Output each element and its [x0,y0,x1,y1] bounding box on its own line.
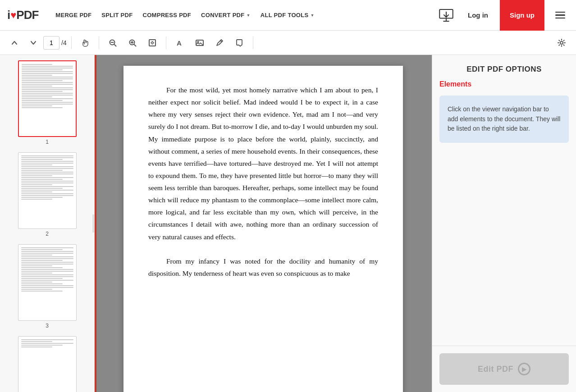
thumb-frame-1 [18,60,77,137]
page-thumb-2-label: 2 [46,231,49,237]
hand-tool-button[interactable] [76,34,94,52]
chevron-down-icon [29,38,38,47]
page-number-input[interactable] [43,36,59,50]
hand-icon [81,38,90,47]
page-up-button[interactable] [5,34,23,52]
page-thumb-3-label: 3 [46,323,49,329]
chevron-up-icon [10,38,19,47]
pdf-page: For the most wild, yet most homely narra… [123,66,403,392]
svg-text:A: A [177,39,182,47]
toolbar-divider-4 [253,36,253,49]
toolbar-divider-2 [99,36,99,49]
main-layout: 1 [0,55,576,392]
annotation-icon [235,38,244,47]
page-thumb-3[interactable]: 3 [4,244,91,329]
signup-button[interactable]: Sign up [500,0,544,31]
desktop-icon [438,7,454,23]
right-panel: EDIT PDF OPTIONS Elements Click on the v… [432,55,576,392]
hamburger-line-2 [555,14,565,16]
gear-icon [557,38,566,47]
nav-links: MERGE PDF SPLIT PDF COMPRESS PDF CONVERT… [52,10,427,20]
edit-pdf-button[interactable]: Edit PDF ▶ [439,353,569,385]
right-panel-content: Elements Click on the viewer navigation … [432,80,576,346]
elements-info-box: Click on the viewer navigation bar to ad… [439,96,569,143]
nav-compress-pdf[interactable]: COMPRESS PDF [139,10,195,20]
logo[interactable]: i ♥ PDF [7,8,38,22]
image-tool-button[interactable] [191,34,209,52]
svg-line-15 [220,41,222,42]
svg-rect-11 [149,40,155,46]
right-panel-footer: Edit PDF ▶ [432,346,576,392]
toolbar-divider-3 [166,36,166,49]
pdf-paragraph-1: For the most wild, yet most homely narra… [148,84,378,243]
nav-merge-pdf[interactable]: MERGE PDF [52,10,95,20]
header: i ♥ PDF MERGE PDF SPLIT PDF COMPRESS PDF… [0,0,576,31]
edit-pdf-button-label: Edit PDF [478,365,513,374]
thumb-lines-3 [18,245,76,320]
thumb-frame-3 [18,244,77,321]
elements-label: Elements [439,80,569,90]
page-thumb-1[interactable]: 1 [4,60,91,145]
page-nav-group: /4 [5,34,67,52]
header-right: Log in Sign up [436,0,569,31]
image-icon [195,38,204,47]
fit-page-button[interactable] [143,34,161,52]
logo-heart-icon: ♥ [10,9,16,21]
hamburger-line-1 [555,12,565,13]
thumb-lines-4 [18,337,76,392]
zoom-out-button[interactable] [104,34,122,52]
svg-point-14 [197,41,199,42]
thumb-lines-1 [19,61,76,136]
pdf-paragraph-2: From my infancy I was noted for the doci… [148,255,378,279]
draw-tool-button[interactable] [210,34,229,52]
page-input-group: /4 [43,36,67,50]
page-total-label: /4 [61,39,67,46]
pdf-left-bar [95,55,96,392]
fit-page-icon [148,38,157,47]
all-tools-arrow-icon: ▼ [310,13,314,18]
svg-line-6 [114,44,116,46]
nav-split-pdf[interactable]: SPLIT PDF [98,10,136,20]
toolbar-divider-1 [71,36,72,49]
page-thumb-2[interactable]: 2 [4,152,91,237]
page-down-button[interactable] [24,34,42,52]
hamburger-menu-button[interactable] [552,10,569,21]
pdf-viewer[interactable]: For the most wild, yet most homely narra… [95,55,432,392]
sidebar-thumbnails: 1 [0,55,95,392]
convert-pdf-arrow-icon: ▼ [247,13,251,18]
nav-all-tools[interactable]: ALL PDF TOOLS ▼ [257,10,318,20]
svg-line-10 [134,44,136,46]
annotation-tool-button[interactable] [230,34,248,52]
right-panel-title: EDIT PDF OPTIONS [432,55,576,80]
zoom-out-icon [108,38,117,47]
login-button[interactable]: Log in [462,9,494,22]
hamburger-line-3 [555,18,565,19]
page-thumb-1-label: 1 [46,139,49,145]
logo-i: i [7,8,10,22]
settings-button[interactable] [553,34,571,52]
thumb-frame-2 [18,152,77,229]
zoom-in-icon [128,38,137,47]
zoom-in-button[interactable] [123,34,142,52]
nav-convert-pdf[interactable]: CONVERT PDF ▼ [197,10,254,20]
thumb-lines-2 [18,153,76,228]
edit-pdf-arrow-icon: ▶ [518,363,530,375]
toolbar: /4 A [0,31,576,55]
pen-icon [215,38,224,47]
desktop-download-button[interactable] [436,5,456,25]
page-thumb-4[interactable]: 4 [4,336,91,392]
text-icon: A [175,38,184,47]
svg-point-16 [560,41,563,44]
logo-pdf: PDF [16,8,38,22]
thumb-frame-4 [18,336,77,392]
text-tool-button[interactable]: A [171,34,189,52]
